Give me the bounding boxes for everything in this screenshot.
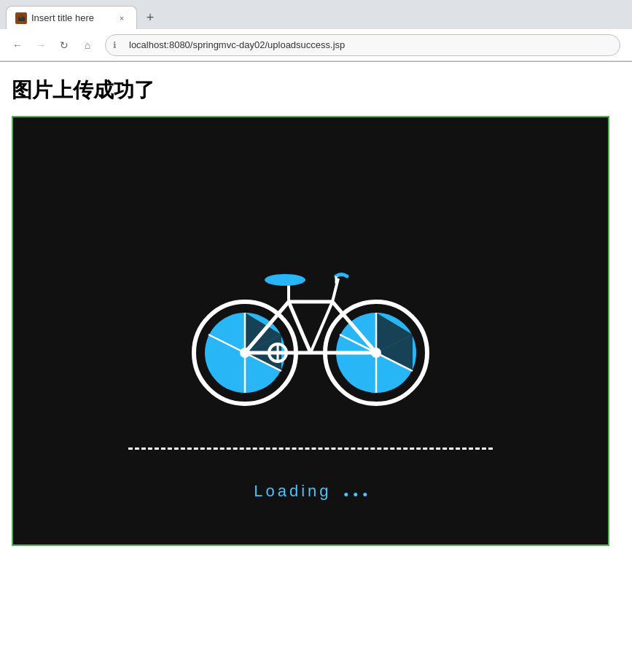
tab-close-button[interactable]: × <box>116 12 128 24</box>
forward-button[interactable]: → <box>31 35 51 55</box>
home-button[interactable]: ⌂ <box>77 35 98 55</box>
svg-line-10 <box>289 302 311 353</box>
svg-point-18 <box>265 274 305 286</box>
dashed-ground-line <box>128 448 493 450</box>
tab-favicon: 🏔 <box>15 12 27 24</box>
tab-title: Insert title here <box>31 12 112 23</box>
address-bar[interactable]: ℹ localhost:8080/springmvc-day02/uploads… <box>105 34 620 56</box>
active-tab[interactable]: 🏔 Insert title here × <box>6 6 137 29</box>
nav-bar: ← → ↻ ⌂ ℹ localhost:8080/springmvc-day02… <box>0 29 632 61</box>
loading-text: Loading <box>254 482 367 501</box>
dot-1 <box>345 493 348 496</box>
bicycle-svg <box>143 214 478 448</box>
address-text: localhost:8080/springmvc-day02/uploadsuc… <box>129 39 345 50</box>
address-info-icon: ℹ <box>113 40 117 50</box>
new-tab-button[interactable]: + <box>140 7 160 28</box>
bicycle-scene <box>13 117 608 544</box>
page-content: 图片上传成功了 <box>0 62 632 672</box>
loading-dots <box>345 493 367 496</box>
svg-line-14 <box>311 302 332 353</box>
dot-3 <box>364 493 367 496</box>
upload-success-heading: 图片上传成功了 <box>12 77 620 104</box>
reload-button[interactable]: ↻ <box>54 35 74 55</box>
dot-2 <box>354 493 358 496</box>
browser-chrome: 🏔 Insert title here × + ← → ↻ ⌂ ℹ localh… <box>0 0 632 62</box>
tab-bar: 🏔 Insert title here × + <box>0 0 632 29</box>
uploaded-image-container: Loading <box>12 116 609 546</box>
back-button[interactable]: ← <box>7 35 28 55</box>
